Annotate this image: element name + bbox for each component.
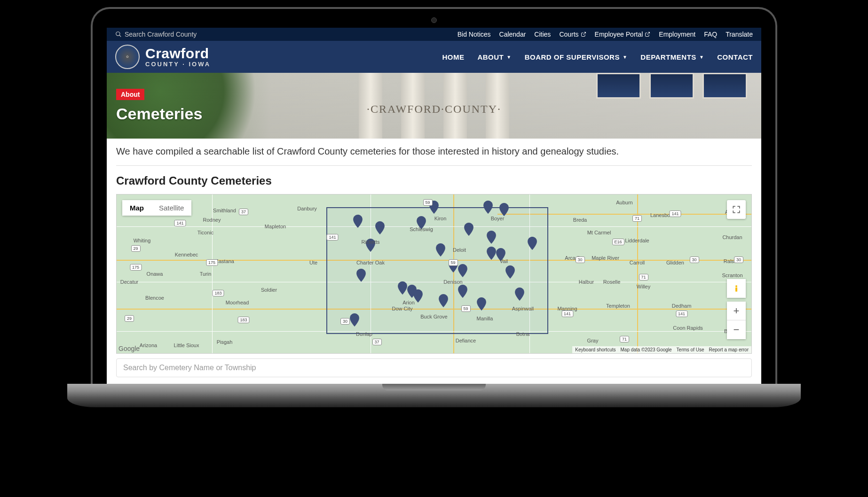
map-pin[interactable]: [464, 223, 473, 236]
map-pin[interactable]: [458, 285, 467, 298]
town-label: Boyer: [491, 216, 505, 221]
svg-point-13: [439, 246, 442, 249]
town-label: Little Sioux: [174, 342, 199, 348]
town-label: Smithland: [213, 208, 236, 213]
caret-down-icon: ▼: [506, 54, 511, 60]
town-label: Blencoe: [145, 295, 164, 301]
link-cities[interactable]: Cities: [534, 31, 551, 38]
map-pin[interactable]: [350, 313, 359, 326]
map-pin[interactable]: [528, 237, 537, 250]
search-wrap: [115, 31, 219, 38]
svg-point-26: [518, 291, 521, 294]
link-employment[interactable]: Employment: [659, 31, 695, 38]
map-data-label: Map data ©2023 Google: [620, 347, 671, 352]
map-pin[interactable]: [413, 289, 423, 303]
town-label: Botna: [516, 331, 530, 337]
svg-point-9: [419, 219, 423, 223]
svg-point-24: [461, 287, 464, 291]
map-pin[interactable]: [487, 231, 496, 244]
town-label: Charter Oak: [356, 260, 385, 265]
town-label: Roselle: [603, 279, 621, 285]
highway-shield: 30: [734, 256, 743, 263]
town-label: Arizona: [140, 342, 157, 348]
report-error-link[interactable]: Report a map error: [709, 347, 749, 352]
highway-shield: 175: [206, 259, 218, 266]
nav-contact[interactable]: CONTACT: [717, 53, 753, 61]
town-label: Onawa: [147, 271, 163, 277]
svg-point-28: [353, 316, 356, 319]
map-pin[interactable]: [375, 221, 385, 234]
nav-board[interactable]: BOARD OF SUPERVISORS▼: [525, 53, 628, 61]
map-pin[interactable]: [487, 247, 496, 260]
svg-point-11: [489, 233, 493, 237]
county-seal-icon: ✿: [115, 45, 140, 69]
nav-about[interactable]: ABOUT▼: [477, 53, 511, 61]
kb-shortcuts-link[interactable]: Keyboard shortcuts: [575, 347, 615, 352]
pegman-icon: [733, 284, 740, 293]
terms-link[interactable]: Terms of Use: [677, 347, 704, 352]
search-input[interactable]: [125, 31, 219, 38]
pegman-button[interactable]: [727, 279, 746, 298]
highway-shield: 30: [689, 256, 699, 263]
town-label: Schleswig: [410, 226, 433, 232]
map-pin[interactable]: [356, 269, 366, 282]
map-type-toggle: Map Satellite: [122, 200, 191, 216]
map-pin[interactable]: [436, 243, 445, 256]
section-title: Crawford County Cemeteries: [116, 174, 752, 187]
town-label: Danbury: [297, 206, 317, 211]
highway-shield: 175: [130, 264, 142, 271]
town-label: Dedham: [672, 303, 692, 309]
nav-home[interactable]: HOME: [442, 53, 464, 61]
page-content: We have compiled a searchable list of Cr…: [107, 139, 761, 385]
zoom-in-button[interactable]: +: [727, 302, 746, 320]
svg-point-4: [486, 203, 489, 207]
town-label: Soldier: [261, 287, 277, 293]
link-translate[interactable]: Translate: [726, 31, 753, 38]
nav-departments[interactable]: DEPARTMENTS▼: [640, 53, 704, 61]
map-background: SmithlandRodneyDanburyMapletonTiconicKir…: [117, 194, 751, 353]
fullscreen-button[interactable]: [727, 200, 746, 219]
svg-point-14: [489, 249, 493, 253]
laptop-base: [67, 384, 801, 407]
map-pin[interactable]: [499, 203, 509, 216]
town-label: Gray: [587, 338, 599, 343]
map-tab-map[interactable]: Map: [122, 200, 151, 216]
badge-about: About: [116, 89, 144, 100]
link-employee-portal[interactable]: Employee Portal: [595, 31, 651, 38]
town-label: Rodney: [203, 217, 221, 223]
nav-links: HOME ABOUT▼ BOARD OF SUPERVISORS▼ DEPART…: [442, 53, 753, 61]
map-pin[interactable]: [483, 201, 493, 214]
map-pin[interactable]: [505, 265, 515, 279]
map-tab-satellite[interactable]: Satellite: [151, 200, 191, 216]
highway-shield: 59: [461, 305, 470, 312]
brand[interactable]: ✿ Crawford COUNTY · IOWA: [115, 45, 211, 69]
map-pin[interactable]: [458, 264, 467, 277]
town-label: Arion: [402, 300, 415, 305]
page-title: Cemeteries: [116, 105, 761, 123]
cemetery-search-input[interactable]: Search by Cemetery Name or Township: [116, 358, 752, 377]
map-pin[interactable]: [353, 215, 363, 228]
map-container[interactable]: SmithlandRodneyDanburyMapletonTiconicKir…: [116, 194, 752, 354]
town-label: Pisgah: [217, 339, 233, 345]
map-pin[interactable]: [515, 287, 524, 301]
map-pin[interactable]: [439, 294, 448, 307]
map-pin[interactable]: [398, 281, 407, 295]
link-courts[interactable]: Courts: [559, 31, 586, 38]
zoom-out-button[interactable]: −: [727, 320, 746, 339]
town-label: Denison: [443, 279, 462, 285]
link-calendar[interactable]: Calendar: [499, 31, 526, 38]
intro-text: We have compiled a searchable list of Cr…: [116, 146, 752, 166]
link-faq[interactable]: FAQ: [704, 31, 717, 38]
highway-shield: 29: [125, 315, 134, 322]
town-label: Mt Carmel: [587, 230, 611, 235]
link-bid-notices[interactable]: Bid Notices: [458, 31, 491, 38]
town-label: Dow City: [392, 306, 412, 311]
highway-shield: 59: [423, 199, 432, 206]
town-label: Auburn: [616, 200, 632, 205]
hero-windows-decor: [596, 73, 747, 99]
town-label: Manilla: [477, 316, 493, 321]
highway-shield: 183: [212, 290, 224, 296]
highway-shield: 141: [676, 311, 687, 317]
town-label: Coon Rapids: [673, 325, 703, 331]
map-pin[interactable]: [477, 297, 486, 311]
